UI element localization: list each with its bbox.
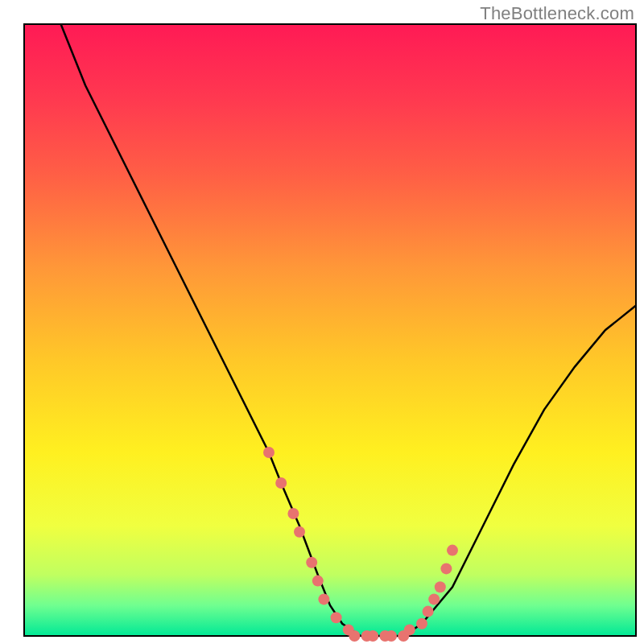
data-point [440,563,452,574]
data-point [331,612,342,623]
data-point [287,508,299,519]
chart-container: TheBottleneck.com [0,0,644,644]
data-point [435,581,446,592]
data-point [423,606,434,617]
data-point [318,593,329,605]
watermark-text: TheBottleneck.com [480,3,634,24]
data-point [294,526,305,538]
data-point [275,477,287,489]
data-point [312,576,324,587]
data-point [416,618,427,630]
data-point [306,557,317,568]
chart-svg [0,0,644,644]
data-point [263,447,275,458]
data-point [367,630,378,642]
data-point [386,630,397,642]
data-point [447,545,458,556]
data-point [404,624,415,635]
data-point [428,593,440,605]
plot-background [24,24,636,636]
data-point [349,630,360,642]
